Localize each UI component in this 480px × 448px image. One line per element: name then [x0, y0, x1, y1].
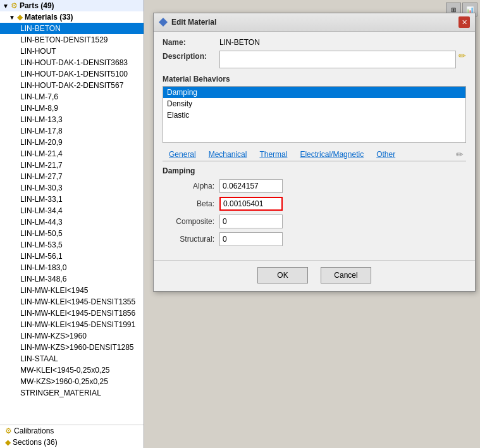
dialog-body: Name: LIN-BETON Description: ✏ Material …: [154, 32, 475, 256]
calibrations-icon: ⚙: [5, 426, 12, 435]
dialog-title-icon: [159, 18, 168, 27]
edit-material-dialog: Edit Material ✕ Name: LIN-BETON Descript…: [153, 13, 476, 292]
material-item-2[interactable]: LIN-HOUT: [0, 46, 144, 57]
sidebar: ▼ ⚙ Parts (49) ▼ ◆ Materials (33) LIN-BE…: [0, 0, 144, 448]
material-item-22[interactable]: LIN-LM-348,6: [0, 273, 144, 285]
dialog-title: Edit Material: [171, 18, 216, 27]
material-item-32[interactable]: STRINGER_MATERIAL: [0, 387, 144, 399]
material-item-24[interactable]: LIN-MW-KLEI<1945-DENSIT1355: [0, 296, 144, 308]
composite-row: Composite:: [163, 215, 466, 228]
behaviors-list: Damping Density Elastic: [163, 86, 466, 143]
material-item-31[interactable]: MW-KZS>1960-0,25x0,25: [0, 376, 144, 387]
beta-row: Beta:: [163, 197, 466, 211]
tab-mechanical[interactable]: Mechanical: [202, 148, 254, 161]
material-item-18[interactable]: LIN-LM-50,5: [0, 228, 144, 239]
materials-list: LIN-BETON LIN-BETON-DENSIT1529 LIN-HOUT …: [0, 23, 144, 399]
name-label: Name:: [163, 38, 219, 47]
material-item-lin-beton[interactable]: LIN-BETON: [0, 23, 144, 34]
materials-label: Materials (33): [25, 13, 73, 22]
dialog-titlebar: Edit Material ✕: [154, 13, 475, 32]
material-item-15[interactable]: LIN-LM-33,1: [0, 194, 144, 205]
material-item-28[interactable]: LIN-MW-KZS>1960-DENSIT1285: [0, 342, 144, 353]
material-item-6[interactable]: LIN-LM-7,6: [0, 91, 144, 103]
material-item-9[interactable]: LIN-LM-17,8: [0, 125, 144, 137]
material-item-16[interactable]: LIN-LM-34,4: [0, 205, 144, 216]
materials-folder[interactable]: ▼ ◆ Materials (33): [0, 11, 144, 23]
material-item-13[interactable]: LIN-LM-27,7: [0, 171, 144, 182]
material-item-19[interactable]: LIN-LM-53,5: [0, 239, 144, 251]
material-item-30[interactable]: MW-KLEI<1945-0,25x0,25: [0, 364, 144, 376]
behavior-density[interactable]: Density: [163, 98, 465, 109]
description-row: Description: ✏: [163, 51, 466, 68]
beta-label: Beta:: [163, 199, 219, 208]
sections-icon: ◆: [5, 438, 11, 447]
sections-label: Sections (36): [13, 438, 58, 447]
close-button[interactable]: ✕: [458, 16, 470, 28]
material-label: LIN-BETON: [20, 24, 61, 33]
alpha-row: Alpha:: [163, 179, 466, 193]
material-item-3[interactable]: LIN-HOUT-DAK-1-DENSIT3683: [0, 57, 144, 68]
material-item-12[interactable]: LIN-LM-21,7: [0, 159, 144, 171]
behaviors-section-label: Material Behaviors: [163, 75, 466, 84]
expand-icon-materials: ▼: [9, 14, 15, 21]
material-item-26[interactable]: LIN-MW-KLEI<1945-DENSIT1991: [0, 319, 144, 330]
calibrations-label: Calibrations: [14, 426, 54, 435]
damping-section-title: Damping: [163, 166, 466, 175]
tab-thermal[interactable]: Thermal: [253, 148, 293, 161]
description-input[interactable]: [219, 51, 456, 68]
material-item-5[interactable]: LIN-HOUT-DAK-2-DENSIT567: [0, 80, 144, 91]
material-item-25[interactable]: LIN-MW-KLEI<1945-DENSIT1856: [0, 308, 144, 319]
sections-item[interactable]: ◆ Sections (36): [0, 437, 144, 448]
material-item-27[interactable]: LIN-MW-KZS>1960: [0, 330, 144, 342]
material-item-11[interactable]: LIN-LM-21,4: [0, 148, 144, 159]
dialog-footer: OK Cancel: [154, 260, 475, 291]
description-edit-button[interactable]: ✏: [458, 51, 466, 61]
material-item-10[interactable]: LIN-LM-20,9: [0, 137, 144, 148]
material-item-1[interactable]: LIN-BETON-DENSIT1529: [0, 34, 144, 46]
alpha-label: Alpha:: [163, 182, 219, 190]
name-value: LIN-BETON: [219, 38, 260, 47]
beta-input[interactable]: [219, 197, 283, 211]
structural-label: Structural:: [163, 235, 219, 244]
material-item-17[interactable]: LIN-LM-44,3: [0, 216, 144, 228]
name-row: Name: LIN-BETON: [163, 38, 466, 47]
composite-input[interactable]: [219, 215, 283, 228]
tabs-edit-button[interactable]: ✏: [453, 149, 466, 159]
parts-folder[interactable]: ▼ ⚙ Parts (49): [0, 0, 144, 11]
material-item-23[interactable]: LIN-MW-KLEI<1945: [0, 285, 144, 296]
sidebar-bottom: ⚙ Calibrations ◆ Sections (36): [0, 425, 144, 448]
calibrations-item[interactable]: ⚙ Calibrations: [0, 425, 144, 437]
cancel-button[interactable]: Cancel: [321, 267, 371, 283]
expand-icon: ▼: [3, 3, 9, 9]
tab-electrical-magnetic[interactable]: Electrical/Magnetic: [293, 148, 370, 161]
parts-label: Parts (49): [20, 1, 54, 10]
material-item-4[interactable]: LIN-HOUT-DAK-1-DENSIT5100: [0, 68, 144, 80]
ok-button[interactable]: OK: [257, 267, 308, 283]
tabs-row: General Mechanical Thermal Electrical/Ma…: [163, 148, 466, 161]
material-item-7[interactable]: LIN-LM-8,9: [0, 103, 144, 114]
behavior-damping[interactable]: Damping: [163, 87, 465, 98]
material-item-14[interactable]: LIN-LM-30,3: [0, 182, 144, 194]
main-area: ⊞ 📊 Edit Material ✕ Name: LIN-BETON Desc…: [144, 0, 480, 448]
structural-row: Structural:: [163, 232, 466, 246]
structural-input[interactable]: [219, 232, 283, 246]
composite-label: Composite:: [163, 217, 219, 226]
material-item-21[interactable]: LIN-LM-183,0: [0, 262, 144, 273]
tab-other[interactable]: Other: [370, 148, 402, 161]
parts-icon: ⚙: [11, 1, 18, 10]
behavior-elastic[interactable]: Elastic: [163, 109, 465, 121]
material-item-20[interactable]: LIN-LM-56,1: [0, 251, 144, 262]
tab-general[interactable]: General: [163, 148, 202, 161]
titlebar-left: Edit Material: [159, 18, 216, 27]
material-item-8[interactable]: LIN-LM-13,3: [0, 114, 144, 125]
description-label: Description:: [163, 51, 219, 61]
alpha-input[interactable]: [219, 179, 283, 193]
material-item-29[interactable]: LIN-STAAL: [0, 353, 144, 364]
materials-icon: ◆: [17, 13, 23, 22]
